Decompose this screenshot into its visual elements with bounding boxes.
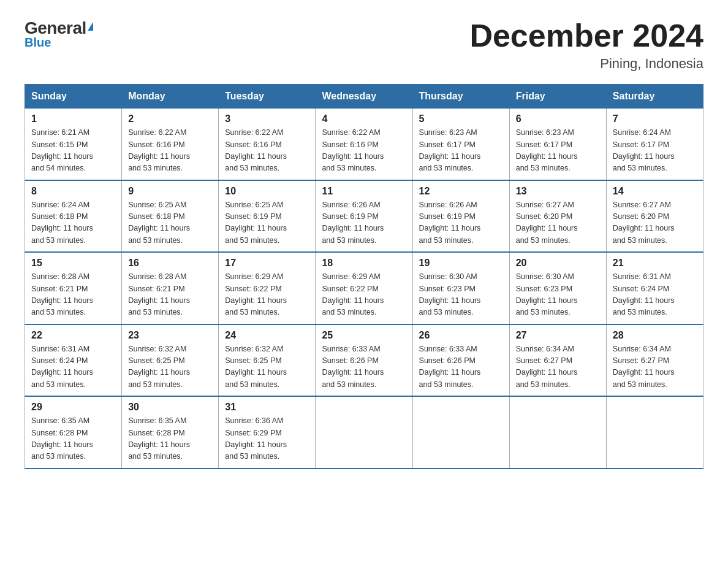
header: General Blue December 2024 Pining, Indon… xyxy=(25,18,703,72)
calendar-day-cell: 25Sunrise: 6:33 AMSunset: 6:26 PMDayligh… xyxy=(316,324,412,397)
day-number: 6 xyxy=(516,113,600,124)
calendar-header-row: SundayMondayTuesdayWednesdayThursdayFrid… xyxy=(25,85,703,109)
day-info: Sunrise: 6:23 AMSunset: 6:17 PMDaylight:… xyxy=(516,127,600,175)
day-number: 13 xyxy=(516,186,600,197)
day-number: 4 xyxy=(322,113,406,124)
calendar-day-cell: 6Sunrise: 6:23 AMSunset: 6:17 PMDaylight… xyxy=(509,109,606,180)
day-number: 10 xyxy=(225,186,309,197)
day-number: 1 xyxy=(31,113,115,124)
weekday-header-wednesday: Wednesday xyxy=(316,85,412,109)
day-info: Sunrise: 6:35 AMSunset: 6:28 PMDaylight:… xyxy=(31,415,115,463)
day-number: 31 xyxy=(225,402,309,413)
calendar-day-cell: 13Sunrise: 6:27 AMSunset: 6:20 PMDayligh… xyxy=(509,180,606,253)
day-number: 25 xyxy=(322,330,406,341)
calendar-day-cell: 2Sunrise: 6:22 AMSunset: 6:16 PMDaylight… xyxy=(122,109,219,180)
calendar-day-cell: 15Sunrise: 6:28 AMSunset: 6:21 PMDayligh… xyxy=(25,252,122,324)
day-number: 29 xyxy=(31,402,115,413)
day-info: Sunrise: 6:36 AMSunset: 6:29 PMDaylight:… xyxy=(225,415,309,463)
calendar-day-cell xyxy=(509,396,606,469)
calendar-week-row: 8Sunrise: 6:24 AMSunset: 6:18 PMDaylight… xyxy=(25,180,703,253)
weekday-header-sunday: Sunday xyxy=(25,85,122,109)
calendar-day-cell: 3Sunrise: 6:22 AMSunset: 6:16 PMDaylight… xyxy=(219,109,316,180)
calendar-day-cell: 26Sunrise: 6:33 AMSunset: 6:26 PMDayligh… xyxy=(412,324,509,397)
calendar-day-cell: 31Sunrise: 6:36 AMSunset: 6:29 PMDayligh… xyxy=(219,396,316,469)
day-number: 21 xyxy=(613,258,697,269)
calendar-day-cell: 1Sunrise: 6:21 AMSunset: 6:15 PMDaylight… xyxy=(25,109,122,180)
day-number: 11 xyxy=(322,186,406,197)
day-info: Sunrise: 6:22 AMSunset: 6:16 PMDaylight:… xyxy=(322,127,406,175)
day-info: Sunrise: 6:22 AMSunset: 6:16 PMDaylight:… xyxy=(128,127,212,175)
calendar-day-cell: 18Sunrise: 6:29 AMSunset: 6:22 PMDayligh… xyxy=(316,252,412,324)
calendar-day-cell: 10Sunrise: 6:25 AMSunset: 6:19 PMDayligh… xyxy=(219,180,316,253)
weekday-header-thursday: Thursday xyxy=(412,85,509,109)
day-number: 20 xyxy=(516,258,600,269)
day-info: Sunrise: 6:25 AMSunset: 6:19 PMDaylight:… xyxy=(225,199,309,247)
logo-blue-text: Blue xyxy=(25,36,51,50)
calendar-day-cell: 22Sunrise: 6:31 AMSunset: 6:24 PMDayligh… xyxy=(25,324,122,397)
calendar-day-cell: 23Sunrise: 6:32 AMSunset: 6:25 PMDayligh… xyxy=(122,324,219,397)
day-number: 24 xyxy=(225,330,309,341)
calendar-day-cell: 29Sunrise: 6:35 AMSunset: 6:28 PMDayligh… xyxy=(25,396,122,469)
day-number: 26 xyxy=(419,330,503,341)
calendar-day-cell: 27Sunrise: 6:34 AMSunset: 6:27 PMDayligh… xyxy=(509,324,606,397)
calendar-day-cell: 12Sunrise: 6:26 AMSunset: 6:19 PMDayligh… xyxy=(412,180,509,253)
day-info: Sunrise: 6:27 AMSunset: 6:20 PMDaylight:… xyxy=(613,199,697,247)
day-info: Sunrise: 6:22 AMSunset: 6:16 PMDaylight:… xyxy=(225,127,309,175)
day-number: 3 xyxy=(225,113,309,124)
day-info: Sunrise: 6:24 AMSunset: 6:18 PMDaylight:… xyxy=(31,199,115,247)
calendar-day-cell xyxy=(412,396,509,469)
calendar-day-cell: 21Sunrise: 6:31 AMSunset: 6:24 PMDayligh… xyxy=(606,252,703,324)
day-number: 5 xyxy=(419,113,503,124)
calendar-day-cell: 11Sunrise: 6:26 AMSunset: 6:19 PMDayligh… xyxy=(316,180,412,253)
day-number: 7 xyxy=(613,113,697,124)
day-info: Sunrise: 6:26 AMSunset: 6:19 PMDaylight:… xyxy=(322,199,406,247)
page-title: December 2024 xyxy=(469,18,703,53)
day-number: 19 xyxy=(419,258,503,269)
calendar-day-cell: 14Sunrise: 6:27 AMSunset: 6:20 PMDayligh… xyxy=(606,180,703,253)
weekday-header-tuesday: Tuesday xyxy=(219,85,316,109)
calendar-week-row: 15Sunrise: 6:28 AMSunset: 6:21 PMDayligh… xyxy=(25,252,703,324)
day-number: 30 xyxy=(128,402,212,413)
day-number: 28 xyxy=(613,330,697,341)
calendar-day-cell: 17Sunrise: 6:29 AMSunset: 6:22 PMDayligh… xyxy=(219,252,316,324)
calendar-day-cell: 19Sunrise: 6:30 AMSunset: 6:23 PMDayligh… xyxy=(412,252,509,324)
day-info: Sunrise: 6:35 AMSunset: 6:28 PMDaylight:… xyxy=(128,415,212,463)
day-info: Sunrise: 6:29 AMSunset: 6:22 PMDaylight:… xyxy=(225,271,309,319)
calendar-table: SundayMondayTuesdayWednesdayThursdayFrid… xyxy=(25,84,703,469)
day-number: 15 xyxy=(31,258,115,269)
calendar-day-cell xyxy=(316,396,412,469)
calendar-day-cell: 30Sunrise: 6:35 AMSunset: 6:28 PMDayligh… xyxy=(122,396,219,469)
day-info: Sunrise: 6:28 AMSunset: 6:21 PMDaylight:… xyxy=(128,271,212,319)
logo: General Blue xyxy=(25,18,93,50)
day-info: Sunrise: 6:25 AMSunset: 6:18 PMDaylight:… xyxy=(128,199,212,247)
calendar-week-row: 22Sunrise: 6:31 AMSunset: 6:24 PMDayligh… xyxy=(25,324,703,397)
weekday-header-saturday: Saturday xyxy=(606,85,703,109)
day-info: Sunrise: 6:33 AMSunset: 6:26 PMDaylight:… xyxy=(419,343,503,391)
day-info: Sunrise: 6:30 AMSunset: 6:23 PMDaylight:… xyxy=(419,271,503,319)
calendar-day-cell: 9Sunrise: 6:25 AMSunset: 6:18 PMDaylight… xyxy=(122,180,219,253)
day-info: Sunrise: 6:30 AMSunset: 6:23 PMDaylight:… xyxy=(516,271,600,319)
calendar-day-cell: 16Sunrise: 6:28 AMSunset: 6:21 PMDayligh… xyxy=(122,252,219,324)
logo-triangle-icon xyxy=(88,22,93,31)
calendar-day-cell: 28Sunrise: 6:34 AMSunset: 6:27 PMDayligh… xyxy=(606,324,703,397)
day-number: 27 xyxy=(516,330,600,341)
day-info: Sunrise: 6:29 AMSunset: 6:22 PMDaylight:… xyxy=(322,271,406,319)
day-info: Sunrise: 6:27 AMSunset: 6:20 PMDaylight:… xyxy=(516,199,600,247)
day-number: 8 xyxy=(31,186,115,197)
day-info: Sunrise: 6:33 AMSunset: 6:26 PMDaylight:… xyxy=(322,343,406,391)
day-number: 2 xyxy=(128,113,212,124)
day-info: Sunrise: 6:28 AMSunset: 6:21 PMDaylight:… xyxy=(31,271,115,319)
day-info: Sunrise: 6:32 AMSunset: 6:25 PMDaylight:… xyxy=(225,343,309,391)
day-number: 9 xyxy=(128,186,212,197)
day-info: Sunrise: 6:26 AMSunset: 6:19 PMDaylight:… xyxy=(419,199,503,247)
day-number: 17 xyxy=(225,258,309,269)
calendar-week-row: 29Sunrise: 6:35 AMSunset: 6:28 PMDayligh… xyxy=(25,396,703,469)
day-info: Sunrise: 6:24 AMSunset: 6:17 PMDaylight:… xyxy=(613,127,697,175)
day-number: 22 xyxy=(31,330,115,341)
calendar-day-cell: 20Sunrise: 6:30 AMSunset: 6:23 PMDayligh… xyxy=(509,252,606,324)
weekday-header-friday: Friday xyxy=(509,85,606,109)
day-number: 18 xyxy=(322,258,406,269)
calendar-day-cell: 7Sunrise: 6:24 AMSunset: 6:17 PMDaylight… xyxy=(606,109,703,180)
day-number: 12 xyxy=(419,186,503,197)
day-info: Sunrise: 6:31 AMSunset: 6:24 PMDaylight:… xyxy=(31,343,115,391)
